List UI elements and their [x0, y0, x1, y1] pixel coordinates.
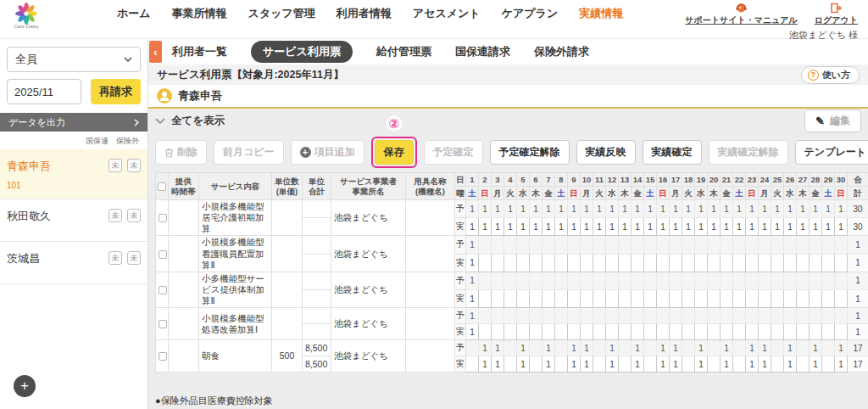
row-checkbox[interactable]: [159, 320, 167, 328]
actual-day-cell[interactable]: 1: [759, 218, 771, 236]
actual-day-cell[interactable]: 1: [568, 218, 581, 236]
export-data-bar[interactable]: データを出力: [0, 113, 147, 132]
actual-day-cell[interactable]: [784, 254, 797, 272]
actual-day-cell[interactable]: [492, 254, 504, 272]
menu-item[interactable]: 利用者情報: [337, 6, 392, 21]
actual-day-cell[interactable]: 1: [784, 218, 797, 236]
actual-day-cell[interactable]: 1: [657, 218, 670, 236]
actual-day-cell[interactable]: [632, 324, 644, 340]
actual-day-cell[interactable]: 1: [810, 356, 822, 373]
actual-day-cell[interactable]: 1: [632, 356, 644, 373]
patient-list-item[interactable]: 茨城昌未未: [0, 242, 147, 284]
actual-day-cell[interactable]: [822, 356, 835, 373]
actual-day-cell[interactable]: 1: [721, 356, 733, 373]
target-month-input[interactable]: [7, 79, 81, 104]
schedule-confirm-button[interactable]: 予定確定: [424, 140, 483, 165]
actual-day-cell[interactable]: [517, 254, 530, 272]
actual-day-cell[interactable]: [606, 289, 619, 307]
actual-day-cell[interactable]: [708, 356, 721, 373]
actual-day-cell[interactable]: 1: [606, 356, 619, 373]
actual-day-cell[interactable]: [644, 254, 657, 272]
template-dropdown[interactable]: テンプレート▼: [795, 140, 868, 165]
collapse-sidebar-button[interactable]: ‹: [149, 41, 162, 63]
actual-day-cell[interactable]: 1: [479, 356, 492, 373]
actual-day-cell[interactable]: 1: [670, 356, 682, 373]
actual-day-cell[interactable]: 1: [670, 218, 682, 236]
actual-day-cell[interactable]: [568, 289, 581, 307]
actual-day-cell[interactable]: [670, 254, 682, 272]
actual-day-cell[interactable]: [759, 289, 771, 307]
actual-day-cell[interactable]: 1: [682, 218, 695, 236]
actual-day-cell[interactable]: [771, 324, 784, 340]
tab[interactable]: サービス利用票: [251, 41, 353, 63]
actual-day-cell[interactable]: [479, 289, 492, 307]
actual-day-cell[interactable]: [733, 356, 746, 373]
actual-day-cell[interactable]: 1: [542, 218, 555, 236]
actual-day-cell[interactable]: 1: [492, 356, 504, 373]
patient-list-item[interactable]: 青森申吾101未未: [0, 149, 147, 199]
actual-day-cell[interactable]: [530, 356, 542, 373]
actual-day-cell[interactable]: 1: [606, 218, 619, 236]
actual-day-cell[interactable]: [835, 289, 848, 307]
actual-day-cell[interactable]: 1: [619, 218, 632, 236]
add-patient-button[interactable]: +: [14, 375, 36, 397]
actual-day-cell[interactable]: 1: [542, 356, 555, 373]
actual-day-cell[interactable]: [530, 289, 542, 307]
actual-day-cell[interactable]: 1: [581, 218, 593, 236]
actual-day-cell[interactable]: [797, 289, 810, 307]
actual-day-cell[interactable]: [581, 289, 593, 307]
actual-day-cell[interactable]: 1: [644, 218, 657, 236]
actual-day-cell[interactable]: [593, 356, 606, 373]
actual-day-cell[interactable]: [721, 254, 733, 272]
actual-day-cell[interactable]: [835, 254, 848, 272]
actual-day-cell[interactable]: [784, 324, 797, 340]
row-checkbox[interactable]: [159, 352, 167, 361]
actual-day-cell[interactable]: [632, 254, 644, 272]
actual-day-cell[interactable]: [746, 289, 759, 307]
actual-day-cell[interactable]: [568, 254, 581, 272]
actual-day-cell[interactable]: [682, 289, 695, 307]
actual-day-cell[interactable]: [784, 289, 797, 307]
actual-day-cell[interactable]: [555, 324, 568, 340]
actual-day-cell[interactable]: 1: [466, 289, 479, 307]
actual-day-cell[interactable]: [581, 254, 593, 272]
actual-day-cell[interactable]: [670, 289, 682, 307]
actual-reflect-button[interactable]: 実績反映: [576, 140, 636, 165]
actual-day-cell[interactable]: 1: [517, 356, 530, 373]
actual-day-cell[interactable]: 1: [746, 356, 759, 373]
actual-day-cell[interactable]: [797, 324, 810, 340]
actual-day-cell[interactable]: [695, 289, 708, 307]
row-checkbox[interactable]: [159, 250, 167, 259]
actual-day-cell[interactable]: [504, 356, 517, 373]
actual-day-cell[interactable]: [619, 289, 632, 307]
actual-day-cell[interactable]: [733, 254, 746, 272]
actual-day-cell[interactable]: [746, 324, 759, 340]
actual-day-cell[interactable]: [542, 324, 555, 340]
actual-day-cell[interactable]: [619, 324, 632, 340]
add-item-button[interactable]: +項目追加: [291, 140, 364, 165]
actual-day-cell[interactable]: 1: [797, 218, 810, 236]
actual-day-cell[interactable]: [479, 324, 492, 340]
actual-day-cell[interactable]: [771, 356, 784, 373]
actual-day-cell[interactable]: [517, 324, 530, 340]
actual-day-cell[interactable]: 1: [784, 356, 797, 373]
rebill-button[interactable]: 再請求: [91, 79, 141, 104]
actual-day-cell[interactable]: 1: [504, 218, 517, 236]
actual-day-cell[interactable]: 1: [835, 218, 848, 236]
logout-link[interactable]: ログアウト: [815, 3, 858, 26]
actual-day-cell[interactable]: [492, 289, 504, 307]
actual-day-cell[interactable]: [555, 254, 568, 272]
actual-day-cell[interactable]: [606, 324, 619, 340]
actual-day-cell[interactable]: 1: [771, 218, 784, 236]
actual-day-cell[interactable]: [797, 254, 810, 272]
actual-day-cell[interactable]: [721, 324, 733, 340]
actual-day-cell[interactable]: [822, 289, 835, 307]
tab[interactable]: 給付管理票: [376, 44, 431, 59]
actual-day-cell[interactable]: 1: [822, 218, 835, 236]
actual-day-cell[interactable]: [555, 289, 568, 307]
actual-day-cell[interactable]: 1: [530, 218, 542, 236]
actual-day-cell[interactable]: [504, 289, 517, 307]
actual-day-cell[interactable]: [721, 289, 733, 307]
actual-day-cell[interactable]: [504, 254, 517, 272]
actual-day-cell[interactable]: [657, 324, 670, 340]
